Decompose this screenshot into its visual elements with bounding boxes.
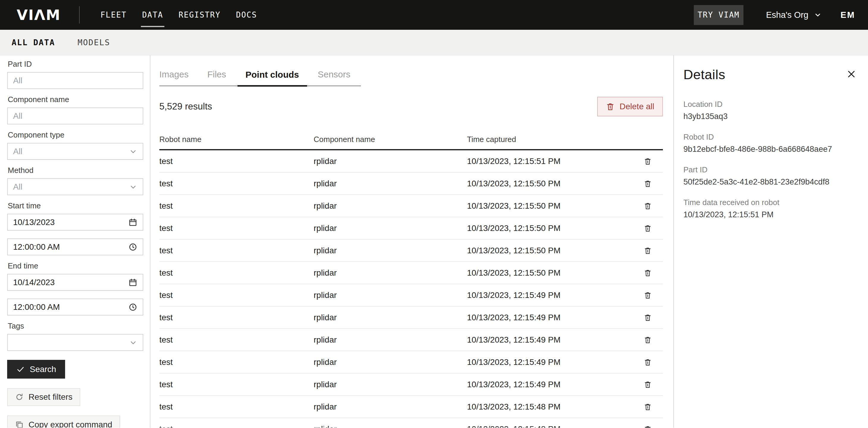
nav-data[interactable]: DATA xyxy=(142,10,163,19)
try-viam-button[interactable]: TRY VIAM xyxy=(694,5,743,25)
calendar-icon[interactable] xyxy=(128,278,137,287)
trash-icon xyxy=(644,157,652,166)
reset-filters-button[interactable]: Reset filters xyxy=(7,388,80,406)
org-name: Esha's Org xyxy=(766,10,809,20)
end-date-value: 10/14/2023 xyxy=(13,278,55,287)
table-row[interactable]: test rplidar 10/13/2023, 12:15:50 PM xyxy=(159,262,663,284)
close-icon xyxy=(846,69,856,79)
trash-icon xyxy=(644,380,652,389)
top-nav: VIΛM FLEET DATA REGISTRY DOCS TRY VIAM E… xyxy=(0,0,868,30)
delete-row-button[interactable] xyxy=(642,356,654,368)
start-date-input[interactable]: 10/13/2023 xyxy=(7,214,143,231)
table-row[interactable]: test rplidar 10/13/2023, 12:15:49 PM xyxy=(159,329,663,351)
nav-docs[interactable]: DOCS xyxy=(236,10,257,19)
detail-label: Time data received on robot xyxy=(683,199,856,206)
delete-row-button[interactable] xyxy=(642,312,654,323)
user-menu[interactable]: EM xyxy=(841,10,856,20)
cell-component-name: rplidar xyxy=(314,156,467,166)
delete-row-button[interactable] xyxy=(642,401,654,413)
cell-component-name: rplidar xyxy=(314,402,467,411)
delete-row-button[interactable] xyxy=(642,155,654,167)
delete-row-button[interactable] xyxy=(642,423,654,428)
table-row[interactable]: test rplidar 10/13/2023, 12:15:49 PM xyxy=(159,374,663,396)
column-time-captured: Time captured xyxy=(467,135,632,144)
clock-icon[interactable] xyxy=(128,242,137,252)
table-row[interactable]: test rplidar 10/13/2023, 12:15:49 PM xyxy=(159,307,663,329)
clock-icon[interactable] xyxy=(128,303,137,312)
org-switcher[interactable]: Esha's Org xyxy=(766,10,822,20)
cell-component-name: rplidar xyxy=(314,380,467,389)
cell-time-captured: 10/13/2023, 12:15:49 PM xyxy=(467,290,632,300)
trash-icon xyxy=(606,102,615,111)
delete-row-button[interactable] xyxy=(642,267,654,279)
column-component-name: Component name xyxy=(314,135,467,144)
search-button[interactable]: Search xyxy=(7,360,65,379)
delete-row-button[interactable] xyxy=(642,178,654,190)
cell-robot-name: test xyxy=(159,268,314,278)
delete-row-button[interactable] xyxy=(642,289,654,301)
component-name-input[interactable] xyxy=(7,108,143,124)
method-select[interactable]: All xyxy=(7,178,143,195)
cell-robot-name: test xyxy=(159,402,314,411)
refresh-icon xyxy=(15,393,24,401)
delete-row-button[interactable] xyxy=(642,334,654,346)
table-row[interactable]: test rplidar 10/13/2023, 12:15:49 PM xyxy=(159,284,663,307)
cell-time-captured: 10/13/2023, 12:15:50 PM xyxy=(467,179,632,189)
detail-label: Part ID xyxy=(683,166,856,173)
nav-fleet[interactable]: FLEET xyxy=(100,10,127,19)
results-row: 5,529 results Delete all xyxy=(159,97,663,116)
trash-icon xyxy=(644,336,652,344)
close-button[interactable] xyxy=(846,67,856,81)
tab-images[interactable]: Images xyxy=(159,69,188,85)
cell-component-name: rplidar xyxy=(314,246,467,255)
cell-time-captured: 10/13/2023, 12:15:50 PM xyxy=(467,246,632,255)
table-row[interactable]: test rplidar 10/13/2023, 12:15:50 PM xyxy=(159,195,663,217)
cell-time-captured: 10/13/2023, 12:15:49 PM xyxy=(467,358,632,367)
tab-sensors[interactable]: Sensors xyxy=(318,69,350,85)
trash-icon xyxy=(644,403,652,411)
method-value: All xyxy=(13,182,22,192)
tags-select[interactable] xyxy=(7,334,143,351)
cell-component-name: rplidar xyxy=(314,224,467,233)
table-row[interactable]: test rplidar 10/13/2023, 12:15:50 PM xyxy=(159,173,663,195)
delete-row-button[interactable] xyxy=(642,222,654,234)
tab-point-clouds[interactable]: Point clouds xyxy=(238,69,307,87)
delete-row-button[interactable] xyxy=(642,245,654,257)
cell-robot-name: test xyxy=(159,156,314,166)
detail-location-id: Location ID h3yb135aq3 xyxy=(683,100,856,120)
chevron-down-icon xyxy=(129,183,137,191)
delete-all-button[interactable]: Delete all xyxy=(597,97,663,116)
tab-models[interactable]: MODELS xyxy=(78,38,110,47)
component-type-value: All xyxy=(13,147,22,156)
cell-component-name: rplidar xyxy=(314,313,467,322)
tab-files[interactable]: Files xyxy=(207,69,226,85)
table-row[interactable]: test rplidar 10/13/2023, 12:15:50 PM xyxy=(159,217,663,239)
detail-time-received: Time data received on robot 10/13/2023, … xyxy=(683,199,856,219)
start-time-label: Start time xyxy=(8,201,143,210)
nav-registry[interactable]: REGISTRY xyxy=(179,10,221,19)
end-date-input[interactable]: 10/14/2023 xyxy=(7,274,143,291)
table-header: Robot name Component name Time captured xyxy=(159,128,663,150)
nav-divider xyxy=(79,6,80,24)
end-time-input[interactable]: 12:00:00 AM xyxy=(7,298,143,315)
copy-export-command-button[interactable]: Copy export command xyxy=(7,416,120,428)
viam-logo[interactable]: VIΛM xyxy=(17,6,61,23)
tab-all-data[interactable]: ALL DATA xyxy=(11,38,55,47)
table-row[interactable]: test rplidar 10/13/2023, 12:15:50 PM xyxy=(159,239,663,262)
trash-icon xyxy=(644,202,652,210)
cell-robot-name: test xyxy=(159,380,314,389)
component-type-select[interactable]: All xyxy=(7,143,143,160)
delete-row-button[interactable] xyxy=(642,379,654,391)
detail-value: 10/13/2023, 12:15:51 PM xyxy=(683,210,856,219)
trash-icon xyxy=(644,313,652,322)
table-row[interactable]: test rplidar 10/13/2023, 12:15:51 PM xyxy=(159,150,663,173)
detail-robot-id: Robot ID 9b12ebcf-bfe8-486e-988b-6a66864… xyxy=(683,133,856,153)
delete-row-button[interactable] xyxy=(642,200,654,212)
calendar-icon[interactable] xyxy=(128,218,137,227)
table-row[interactable]: test rplidar 10/13/2023, 12:15:49 PM xyxy=(159,351,663,374)
start-time-input[interactable]: 12:00:00 AM xyxy=(7,238,143,255)
chevron-down-icon xyxy=(129,147,137,156)
part-id-input[interactable] xyxy=(7,72,143,89)
table-row[interactable]: test rplidar 10/13/2023, 12:15:48 PM xyxy=(159,396,663,418)
table-row[interactable]: test rplidar 10/13/2023, 12:15:48 PM xyxy=(159,418,663,428)
